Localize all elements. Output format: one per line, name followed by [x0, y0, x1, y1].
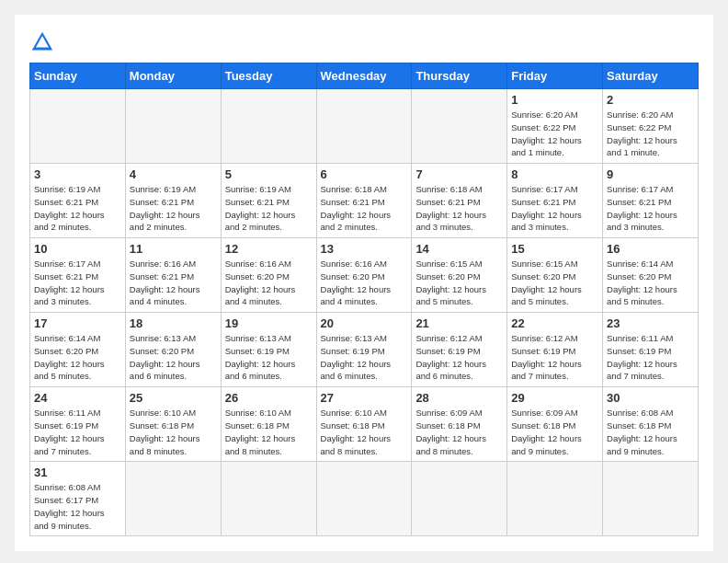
day-info: Sunrise: 6:14 AM Sunset: 6:20 PM Dayligh…: [607, 258, 694, 308]
day-number: 8: [511, 167, 598, 181]
day-info: Sunrise: 6:17 AM Sunset: 6:21 PM Dayligh…: [511, 183, 598, 234]
col-header-friday: Friday: [507, 63, 603, 89]
day-info: Sunrise: 6:10 AM Sunset: 6:18 PM Dayligh…: [321, 407, 408, 457]
day-info: Sunrise: 6:16 AM Sunset: 6:21 PM Dayligh…: [130, 258, 217, 308]
day-cell: 10Sunrise: 6:17 AM Sunset: 6:21 PM Dayli…: [30, 238, 126, 313]
day-number: 14: [415, 242, 503, 256]
day-cell: 21Sunrise: 6:12 AM Sunset: 6:19 PM Dayli…: [412, 313, 507, 387]
day-info: Sunrise: 6:18 AM Sunset: 6:21 PM Dayligh…: [321, 183, 408, 234]
day-cell: 19Sunrise: 6:13 AM Sunset: 6:19 PM Dayli…: [221, 313, 316, 387]
day-number: 30: [607, 391, 694, 405]
day-info: Sunrise: 6:20 AM Sunset: 6:22 PM Dayligh…: [607, 109, 694, 159]
day-info: Sunrise: 6:11 AM Sunset: 6:19 PM Dayligh…: [607, 332, 694, 383]
col-header-tuesday: Tuesday: [221, 63, 316, 89]
day-cell: 3Sunrise: 6:19 AM Sunset: 6:21 PM Daylig…: [30, 164, 126, 238]
day-number: 6: [321, 167, 408, 181]
day-info: Sunrise: 6:19 AM Sunset: 6:21 PM Dayligh…: [34, 183, 121, 234]
day-number: 13: [321, 242, 408, 256]
day-number: 31: [34, 465, 121, 479]
col-header-saturday: Saturday: [603, 63, 699, 89]
day-info: Sunrise: 6:17 AM Sunset: 6:21 PM Dayligh…: [607, 183, 694, 234]
calendar-body: 1Sunrise: 6:20 AM Sunset: 6:22 PM Daylig…: [30, 89, 699, 536]
day-cell: 15Sunrise: 6:15 AM Sunset: 6:20 PM Dayli…: [507, 238, 603, 313]
day-number: 15: [511, 242, 598, 256]
day-cell: 31Sunrise: 6:08 AM Sunset: 6:17 PM Dayli…: [30, 462, 126, 536]
day-cell: 26Sunrise: 6:10 AM Sunset: 6:18 PM Dayli…: [221, 387, 316, 462]
day-cell: [316, 462, 412, 536]
day-number: 29: [511, 391, 598, 405]
day-info: Sunrise: 6:08 AM Sunset: 6:18 PM Dayligh…: [607, 407, 694, 457]
day-cell: 20Sunrise: 6:13 AM Sunset: 6:19 PM Dayli…: [316, 313, 412, 387]
day-number: 19: [225, 316, 313, 330]
day-number: 25: [130, 391, 217, 405]
day-cell: [125, 89, 221, 164]
day-number: 17: [34, 316, 121, 330]
day-cell: 14Sunrise: 6:15 AM Sunset: 6:20 PM Dayli…: [412, 238, 507, 313]
day-number: 11: [130, 242, 217, 256]
day-info: Sunrise: 6:12 AM Sunset: 6:19 PM Dayligh…: [415, 332, 503, 383]
day-cell: 22Sunrise: 6:12 AM Sunset: 6:19 PM Dayli…: [507, 313, 603, 387]
day-number: 16: [607, 242, 694, 256]
day-number: 22: [511, 316, 598, 330]
day-number: 21: [415, 316, 503, 330]
day-cell: 30Sunrise: 6:08 AM Sunset: 6:18 PM Dayli…: [603, 387, 699, 462]
day-cell: 4Sunrise: 6:19 AM Sunset: 6:21 PM Daylig…: [125, 164, 221, 238]
day-info: Sunrise: 6:19 AM Sunset: 6:21 PM Dayligh…: [130, 183, 217, 234]
day-cell: 1Sunrise: 6:20 AM Sunset: 6:22 PM Daylig…: [507, 89, 603, 164]
day-number: 26: [225, 391, 313, 405]
day-number: 1: [511, 93, 598, 107]
day-number: 7: [415, 167, 503, 181]
day-info: Sunrise: 6:09 AM Sunset: 6:18 PM Dayligh…: [415, 407, 503, 457]
day-info: Sunrise: 6:19 AM Sunset: 6:21 PM Dayligh…: [225, 183, 313, 234]
day-cell: 24Sunrise: 6:11 AM Sunset: 6:19 PM Dayli…: [30, 387, 126, 462]
day-cell: [603, 462, 699, 536]
day-cell: [507, 462, 603, 536]
day-info: Sunrise: 6:13 AM Sunset: 6:20 PM Dayligh…: [130, 332, 217, 383]
week-row-1: 1Sunrise: 6:20 AM Sunset: 6:22 PM Daylig…: [30, 89, 699, 164]
day-info: Sunrise: 6:17 AM Sunset: 6:21 PM Dayligh…: [34, 258, 121, 308]
day-cell: 13Sunrise: 6:16 AM Sunset: 6:20 PM Dayli…: [316, 238, 412, 313]
day-cell: [30, 89, 126, 164]
day-cell: 27Sunrise: 6:10 AM Sunset: 6:18 PM Dayli…: [316, 387, 412, 462]
week-row-6: 31Sunrise: 6:08 AM Sunset: 6:17 PM Dayli…: [30, 462, 699, 536]
day-info: Sunrise: 6:12 AM Sunset: 6:19 PM Dayligh…: [511, 332, 598, 383]
header-row: SundayMondayTuesdayWednesdayThursdayFrid…: [30, 63, 699, 89]
day-cell: 17Sunrise: 6:14 AM Sunset: 6:20 PM Dayli…: [30, 313, 126, 387]
day-number: 3: [34, 167, 121, 181]
day-number: 5: [225, 167, 313, 181]
day-info: Sunrise: 6:10 AM Sunset: 6:18 PM Dayligh…: [225, 407, 313, 457]
day-cell: [125, 462, 221, 536]
calendar-table: SundayMondayTuesdayWednesdayThursdayFrid…: [29, 63, 699, 536]
day-number: 23: [607, 316, 694, 330]
day-cell: 12Sunrise: 6:16 AM Sunset: 6:20 PM Dayli…: [221, 238, 316, 313]
day-cell: 25Sunrise: 6:10 AM Sunset: 6:18 PM Dayli…: [125, 387, 221, 462]
day-cell: 29Sunrise: 6:09 AM Sunset: 6:18 PM Dayli…: [507, 387, 603, 462]
day-info: Sunrise: 6:14 AM Sunset: 6:20 PM Dayligh…: [34, 332, 121, 383]
calendar-page: SundayMondayTuesdayWednesdayThursdayFrid…: [15, 15, 713, 551]
day-cell: 8Sunrise: 6:17 AM Sunset: 6:21 PM Daylig…: [507, 164, 603, 238]
day-number: 24: [34, 391, 121, 405]
col-header-thursday: Thursday: [412, 63, 507, 89]
day-info: Sunrise: 6:08 AM Sunset: 6:17 PM Dayligh…: [34, 481, 121, 532]
page-header: [29, 29, 699, 55]
day-cell: 18Sunrise: 6:13 AM Sunset: 6:20 PM Dayli…: [125, 313, 221, 387]
day-info: Sunrise: 6:13 AM Sunset: 6:19 PM Dayligh…: [321, 332, 408, 383]
day-number: 27: [321, 391, 408, 405]
day-info: Sunrise: 6:18 AM Sunset: 6:21 PM Dayligh…: [415, 183, 503, 234]
day-info: Sunrise: 6:15 AM Sunset: 6:20 PM Dayligh…: [511, 258, 598, 308]
week-row-5: 24Sunrise: 6:11 AM Sunset: 6:19 PM Dayli…: [30, 387, 699, 462]
day-cell: [316, 89, 412, 164]
day-cell: 9Sunrise: 6:17 AM Sunset: 6:21 PM Daylig…: [603, 164, 699, 238]
day-cell: 2Sunrise: 6:20 AM Sunset: 6:22 PM Daylig…: [603, 89, 699, 164]
day-number: 10: [34, 242, 121, 256]
day-number: 18: [130, 316, 217, 330]
day-number: 2: [607, 93, 694, 107]
day-info: Sunrise: 6:16 AM Sunset: 6:20 PM Dayligh…: [321, 258, 408, 308]
logo-icon: [29, 29, 55, 55]
day-number: 4: [130, 167, 217, 181]
day-cell: 28Sunrise: 6:09 AM Sunset: 6:18 PM Dayli…: [412, 387, 507, 462]
day-cell: [412, 462, 507, 536]
day-number: 9: [607, 167, 694, 181]
col-header-wednesday: Wednesday: [316, 63, 412, 89]
day-number: 28: [415, 391, 503, 405]
